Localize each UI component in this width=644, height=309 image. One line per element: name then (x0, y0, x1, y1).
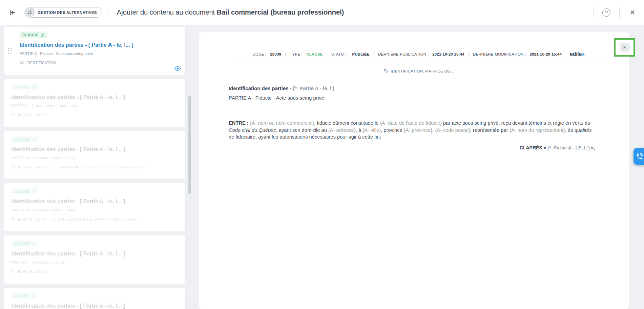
meta-code-label: CODE : (252, 52, 266, 56)
clause-preview-panel: CODE : 28339 | TYPE : CLAUSE | STATUT : … (199, 32, 629, 309)
clause-title: Identification des parties - [* Partie A… (229, 85, 608, 91)
tag-icon (20, 60, 24, 65)
clause-card-title[interactable]: Identification des parties - [ Partie A … (11, 251, 180, 257)
clause-card-tags: IDENTIFICATION (11, 112, 180, 117)
gavel-icon (32, 189, 36, 193)
clause-tags: IDENTIFICATION, MATRICE DÉT. (229, 69, 608, 73)
meta-type-label: TYPE : (290, 52, 303, 56)
divider (107, 8, 107, 17)
preview-close-button[interactable]: ✕ (620, 43, 630, 52)
clause-metadata: CODE : 28339 | TYPE : CLAUSE | STATUT : … (229, 51, 608, 57)
clause-card-tags: IDENTIFICATION (20, 60, 180, 65)
meta-publication-label: DERNIÈRE PUBLICATION : (378, 52, 429, 56)
clause-card-tags: IDENTIFICATION , LOI CANADIENNE SUR LES … (11, 165, 180, 169)
drag-handle-icon[interactable] (8, 48, 12, 54)
clause-body-text: ENTRE : {A- nom ou nom commercial}, fidu… (229, 120, 593, 141)
close-window-button[interactable]: ✕ (628, 8, 637, 16)
clause-type-badge: CLAUSE (11, 240, 39, 247)
clause-card-title[interactable]: Identification des parties - [ Partie A … (20, 42, 180, 48)
tag-icon (384, 69, 388, 73)
top-bar: GESTION DES ALTERNATIVES Ajouter du cont… (0, 0, 644, 25)
clause-card-subtitle: PARTIE A - Personne morale - LSAQ (11, 208, 180, 212)
divider (619, 7, 620, 18)
clause-card-title[interactable]: Identification des parties - [ Partie A … (11, 94, 180, 100)
clause-type-badge: CLAUSE (11, 84, 39, 90)
meta-modification-value: 2021-10-20 15:44 (529, 52, 562, 56)
clause-card[interactable]: CLAUSE Identification des parties - [ Pa… (3, 235, 186, 284)
clause-card-subtitle: PARTIE A - Fiducie - Acte sous seing pri… (20, 52, 180, 56)
gavel-icon (32, 137, 36, 141)
divider (593, 7, 594, 18)
clause-card-title[interactable]: Identification des parties - [ Partie A … (11, 199, 180, 205)
clause-card-tags: IDENTIFICATION , LOI SUR LES SOCIÉTÉS PA… (11, 217, 180, 221)
gavel-icon (32, 242, 36, 246)
meta-publication-value: 2021-10-20 15:44 (432, 52, 464, 56)
help-button[interactable]: ? (602, 8, 610, 17)
preview-eye-icon[interactable] (174, 66, 181, 71)
clause-type-badge: CLAUSE (11, 292, 39, 299)
clause-card-subtitle: PARTIE A - Personne physique (11, 260, 180, 264)
divider (229, 63, 608, 63)
edilex-logo: edilex (570, 51, 585, 57)
clause-card[interactable]: CLAUSE Identification des parties - [ Pa… (3, 131, 186, 180)
clause-type-badge: CLAUSE (11, 136, 39, 143)
clause-type-badge: CLAUSE (11, 188, 39, 195)
tag-icon (11, 217, 16, 221)
gavel-icon (32, 294, 36, 298)
clause-card-title[interactable]: Identification des parties - [ Partie A … (11, 146, 180, 152)
clause-card[interactable]: CLAUSE Identification des parties - [ Pa… (3, 183, 186, 232)
tag-icon (11, 165, 16, 169)
back-to-bar-icon (9, 9, 16, 16)
clause-card[interactable]: CLAUSE Identification des parties - [ Pa… (3, 287, 186, 309)
alternatives-mode-badge[interactable]: GESTION DES ALTERNATIVES (24, 7, 102, 18)
clause-subtitle: PARTIE A - Fiducie - Acte sous seing pri… (229, 95, 608, 101)
gavel-icon (32, 85, 36, 89)
clause-type-badge: CLAUSE (20, 32, 47, 38)
meta-code-value: 28339 (270, 52, 281, 56)
page-title: Ajouter du contenu au document Bail comm… (117, 8, 344, 16)
contact-phone-tab[interactable] (633, 148, 644, 165)
gavel-icon (41, 33, 45, 37)
sidebar-scrollbar[interactable] (188, 96, 191, 194)
tag-icon (11, 112, 16, 117)
preview-close-highlight: ✕ (614, 38, 635, 57)
clause-card-subtitle: PARTIE A - Groupement de personnes (11, 104, 180, 108)
swap-alternatives-icon (24, 7, 35, 18)
clause-card-subtitle: PARTIE A - Personne morale - LCSA (11, 156, 180, 160)
clause-card-selected[interactable]: CLAUSE Identification des parties - [ Pa… (3, 26, 186, 75)
clause-card-title[interactable]: Identification des parties - [ Partie A … (11, 303, 180, 309)
collapse-back-button[interactable] (8, 8, 17, 17)
alternatives-badge-label: GESTION DES ALTERNATIVES (38, 11, 97, 15)
alternatives-sidebar: CLAUSE Identification des parties - [ Pa… (0, 25, 195, 309)
clause-card-tags: IDENTIFICATION (11, 269, 180, 273)
meta-status-label: STATUT : (331, 52, 349, 56)
ci-apres-line: CI-APRÈS « [* Partie A - LE, L'] »; (229, 145, 595, 150)
meta-type-value: CLAUSE (306, 52, 323, 56)
phone-icon (636, 153, 643, 160)
tag-icon (11, 269, 16, 273)
meta-status-value: PUBLIÉE (352, 52, 369, 56)
meta-modification-label: DERNIÈRE MODIFICATION : (473, 52, 526, 56)
clause-card[interactable]: CLAUSE Identification des parties - [ Pa… (3, 79, 186, 127)
